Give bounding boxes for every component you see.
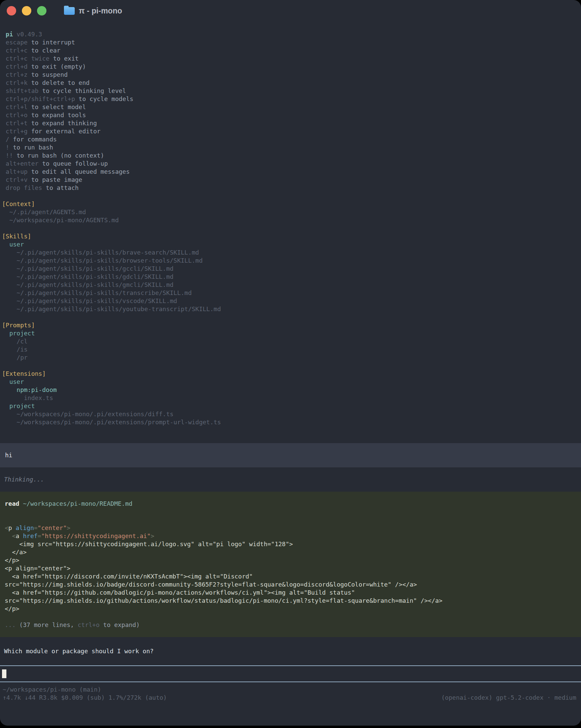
status-row-2: ↑4.7k ↓44 R3.8k $0.009 (sub) 1.7%/272k (… <box>3 694 576 702</box>
terminal-line-segment: /pr <box>2 354 28 361</box>
terminal-line-segment: user <box>2 378 24 385</box>
code-line-segment: < <box>12 532 16 540</box>
code-line: </a> <box>5 548 576 556</box>
token-usage: ↑4.7k ↓44 R3.8k $0.009 (sub) 1.7%/272k (… <box>3 694 167 702</box>
code-line-segment: <a href="https://github.com/badlogic/pi-… <box>5 589 355 596</box>
terminal-line: project <box>2 402 581 410</box>
text-cursor <box>2 669 6 678</box>
terminal-line: /is <box>2 345 581 354</box>
terminal-line-segment: ~/.pi/agent/skills/pi-skills/youtube-tra… <box>2 305 221 312</box>
terminal-line-segment: user <box>2 241 24 248</box>
terminal-line: alt+enter to queue follow-up <box>2 160 581 168</box>
code-line-segment: </p> <box>5 556 19 564</box>
terminal-line-segment: ~/.pi/agent/skills/pi-skills/gdcli/SKILL… <box>2 273 174 280</box>
title-group: π - pi-mono <box>64 6 122 16</box>
code-line: <a href="https://github.com/badlogic/pi-… <box>5 589 576 597</box>
code-line-segment <box>19 532 23 540</box>
terminal-window: π - pi-mono pi v0.49.3 escape to interru… <box>0 0 581 726</box>
terminal-line: drop files to attach <box>2 184 581 192</box>
code-line-segment: <p align="center"> <box>5 565 70 572</box>
code-line-segment: > <box>151 532 155 540</box>
zoom-button[interactable] <box>37 6 47 16</box>
terminal-line: [Context] <box>2 200 581 208</box>
terminal-line: project <box>2 329 581 337</box>
code-line-segment <box>12 524 16 531</box>
close-button[interactable] <box>7 6 16 16</box>
terminal-line: escape to interrupt <box>2 38 581 47</box>
code-line-segment: </a> <box>5 548 27 555</box>
tool-call-block: read ~/workspaces/pi-mono/README.md <p a… <box>0 492 581 637</box>
terminal-line: [Extensions] <box>2 370 581 378</box>
terminal-line <box>2 362 581 370</box>
truncation-line-segment: ... <box>5 621 16 628</box>
code-line-segment: <img src="https://shittycodingagent.ai/l… <box>5 541 293 547</box>
terminal-line-segment: project <box>2 402 35 410</box>
model-indicator: (openai-codex) gpt-5.2-codex · medium <box>441 694 576 702</box>
user-message: hi <box>0 443 581 467</box>
terminal-line-segment: ~/.pi/agent/skills/pi-skills/gmcli/SKILL… <box>2 281 174 288</box>
terminal-line <box>2 224 581 232</box>
terminal-line: ~/.pi/agent/skills/pi-skills/youtube-tra… <box>2 305 581 313</box>
thinking-indicator: Thinking... <box>0 475 581 484</box>
terminal-line-segment: to interrupt <box>28 39 75 46</box>
terminal-line-segment: to queue follow-up <box>38 160 108 167</box>
terminal-line: ~/.pi/agent/skills/pi-skills/gccli/SKILL… <box>2 265 581 273</box>
tool-name: read <box>5 500 19 507</box>
code-line-segment: src="https://img.shields.io/badge/discor… <box>5 581 417 588</box>
terminal-line-segment: ctrl+o <box>2 111 28 119</box>
terminal-line-segment: ~/.pi/agent/skills/pi-skills/browser-too… <box>2 257 203 264</box>
prompt-input[interactable] <box>0 666 581 682</box>
terminal-line: / for commands <box>2 135 581 144</box>
terminal-content: pi v0.49.3 escape to interrupt ctrl+c to… <box>0 22 581 702</box>
terminal-line-segment: to expand tools <box>28 111 86 119</box>
terminal-line-segment: to attach <box>42 184 78 191</box>
terminal-line-segment: [Skills] <box>2 233 31 240</box>
terminal-line-segment: / <box>2 136 9 143</box>
truncation-line-segment: ctrl+o <box>78 621 100 628</box>
terminal-line-segment: ~/workspaces/pi-mono/AGENTS.md <box>2 216 119 224</box>
terminal-line-segment: ctrl+c <box>2 47 28 54</box>
terminal-line-segment: alt+enter <box>2 160 38 167</box>
window-title: π - pi-mono <box>79 6 122 16</box>
terminal-line-segment: to clear <box>28 47 60 54</box>
terminal-line: [Skills] <box>2 232 581 240</box>
terminal-line: ~/workspaces/pi-mono/.pi/extensions/diff… <box>2 410 581 418</box>
minimize-button[interactable] <box>22 6 31 16</box>
terminal-line: shift+tab to cycle thinking level <box>2 87 581 95</box>
terminal-line <box>2 192 581 200</box>
terminal-startup-lines: pi v0.49.3 escape to interrupt ctrl+c to… <box>0 30 581 426</box>
code-line: <a href="https://discord.com/invite/nKXT… <box>5 572 576 580</box>
terminal-line-segment: to run bash (no context) <box>13 152 104 159</box>
terminal-line: ~/.pi/agent/skills/pi-skills/vscode/SKIL… <box>2 297 581 305</box>
code-line: src="https://img.shields.io/badge/discor… <box>5 580 576 589</box>
code-line-segment: > <box>67 524 70 531</box>
code-line-segment: = <box>38 532 42 540</box>
tool-code: <p align="center"> <a href="https://shit… <box>5 524 576 613</box>
terminal-line: ~/.pi/agent/skills/pi-skills/brave-searc… <box>2 249 581 257</box>
terminal-line: user <box>2 378 581 386</box>
terminal-line: /cl <box>2 337 581 345</box>
terminal-line-segment: to cycle models <box>75 95 133 102</box>
terminal-line-segment: ctrl+z <box>2 71 28 78</box>
terminal-line-segment: ~/.pi/agent/skills/pi-skills/gccli/SKILL… <box>2 265 174 272</box>
terminal-line-segment: !! <box>2 152 13 159</box>
terminal-line: ~/.pi/agent/skills/pi-skills/gmcli/SKILL… <box>2 281 581 289</box>
terminal-line: ~/.pi/agent/skills/pi-skills/gdcli/SKILL… <box>2 273 581 281</box>
terminal-line: index.ts <box>2 394 581 402</box>
terminal-line: [Prompts] <box>2 321 581 329</box>
status-row-1: ~/workspaces/pi-mono (main) <box>3 685 576 694</box>
terminal-line-segment: ~/.pi/agent/skills/pi-skills/brave-searc… <box>2 249 199 256</box>
code-line-segment: = <box>34 524 38 531</box>
terminal-line: ~/.pi/agent/skills/pi-skills/browser-too… <box>2 257 581 265</box>
terminal-line-segment: ~/.pi/agent/AGENTS.md <box>2 208 86 215</box>
terminal-line-segment: /is <box>2 346 28 353</box>
terminal-line-segment: to run bash <box>9 144 53 151</box>
terminal-line-segment: project <box>2 330 35 337</box>
code-line: <a href="https://shittycodingagent.ai"> <box>5 532 576 540</box>
terminal-line-segment: alt+up <box>2 168 28 175</box>
code-line-segment: a <box>16 532 20 540</box>
terminal-line: alt+up to edit all queued messages <box>2 168 581 176</box>
code-line-segment: align <box>16 524 34 531</box>
terminal-line-segment: for commands <box>9 136 57 143</box>
terminal-line: ctrl+z to suspend <box>2 71 581 79</box>
